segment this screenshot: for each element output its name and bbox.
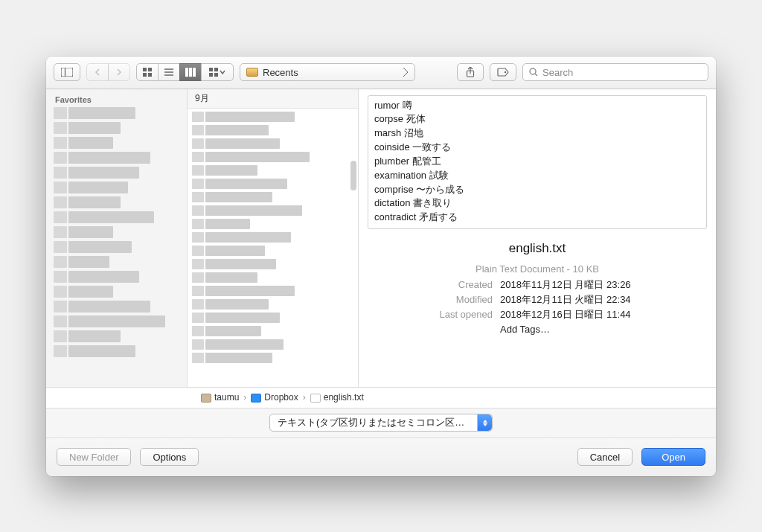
file-format-selected: テキスト(タブ区切りまたはセミコロン区… [278,416,464,429]
sidebar-header: Favorites [46,94,187,107]
preview-content: rumor 噂 corpse 死体 marsh 沼地 coinside 一致する… [368,95,707,229]
view-list-button[interactable] [158,63,180,81]
dropbox-icon [251,394,261,403]
file-format-select[interactable]: テキスト(タブ区切りまたはセミコロン区… [269,414,493,432]
add-tags-link[interactable]: Add Tags… [500,322,671,337]
preview-line: contradict 矛盾する [374,211,700,225]
search-field[interactable]: Search [522,63,708,81]
svg-rect-10 [189,68,192,77]
preview-meta: Plain Text Document - 10 KB Created2018年… [368,263,707,338]
svg-rect-0 [61,68,73,77]
preview-line: marsh 沼地 [374,126,700,141]
view-icons-button[interactable] [136,63,159,81]
svg-rect-15 [214,73,218,77]
svg-rect-13 [214,68,218,71]
format-row: テキスト(タブ区切りまたはセミコロン区… [46,408,716,438]
svg-rect-9 [185,68,188,77]
preview-kind: Plain Text Document - 10 KB [368,263,707,275]
toggle-sidebar-button[interactable] [54,63,80,81]
options-button[interactable]: Options [140,448,199,466]
file-icon [310,394,321,403]
modified-value: 2018年12月11日 火曜日 22:34 [500,292,671,307]
path-seg-file[interactable]: english.txt [310,392,364,403]
svg-rect-4 [143,73,147,77]
tag-button[interactable] [490,63,516,81]
svg-point-17 [505,71,506,73]
preview-line: dictation 書き取り [374,196,700,211]
back-button[interactable] [86,63,109,81]
lastopened-label: Last opened [403,307,493,322]
chevron-right-icon: › [303,392,306,403]
created-value: 2018年11月12日 月曜日 23:26 [500,278,671,292]
preview-line: examination 試験 [374,169,700,183]
modified-label: Modified [403,292,493,307]
preview-filename: english.txt [368,241,707,256]
svg-rect-5 [148,73,152,77]
column-list-redacted[interactable] [188,109,358,366]
file-column: 9月 [188,89,359,387]
lastopened-value: 2018年12月16日 日曜日 11:44 [500,307,671,322]
preview-line: plumber 配管工 [374,155,700,169]
view-columns-button[interactable] [179,63,202,81]
cancel-button[interactable]: Cancel [577,448,633,466]
svg-point-18 [530,68,536,74]
sidebar-items-redacted [46,107,187,357]
forward-button[interactable] [108,63,130,81]
column-header: 9月 [188,89,358,109]
svg-line-19 [535,74,537,76]
nav-segment [86,63,130,81]
svg-rect-3 [148,68,152,71]
preview-line: rumor 噂 [374,99,700,113]
open-dialog: Recents Search Favorites [46,57,716,476]
browser-body: Favorites 9月 [46,89,716,387]
location-popup[interactable]: Recents [240,63,415,81]
share-button[interactable] [457,63,484,81]
preview-line: coinside 一致する [374,141,700,155]
created-label: Created [403,278,493,292]
preview-line: corpse 死体 [374,112,700,126]
search-icon [529,68,538,77]
svg-rect-12 [209,68,213,71]
drive-icon [246,68,258,77]
home-icon [201,394,211,403]
open-button[interactable]: Open [641,448,705,466]
location-label: Recents [263,67,298,78]
chevron-updown-icon [477,414,492,431]
view-segment [136,63,234,81]
path-seg-folder[interactable]: Dropbox [251,392,298,403]
toolbar: Recents Search [46,57,716,89]
svg-rect-2 [143,68,147,71]
preview-line: comprise 〜から成る [374,183,700,197]
chevron-right-icon: › [243,392,246,403]
dialog-footer: New Folder Options Cancel Open [46,438,716,476]
new-folder-button[interactable]: New Folder [57,448,131,466]
path-seg-home[interactable]: taumu [201,392,239,403]
svg-rect-14 [209,73,213,77]
svg-rect-11 [193,68,196,77]
preview-pane: rumor 噂 corpse 死体 marsh 沼地 coinside 一致する… [359,89,716,387]
path-bar: taumu › Dropbox › english.txt [46,387,716,408]
sidebar: Favorites [46,89,188,387]
search-placeholder: Search [542,67,573,78]
view-gallery-button[interactable] [201,63,234,81]
